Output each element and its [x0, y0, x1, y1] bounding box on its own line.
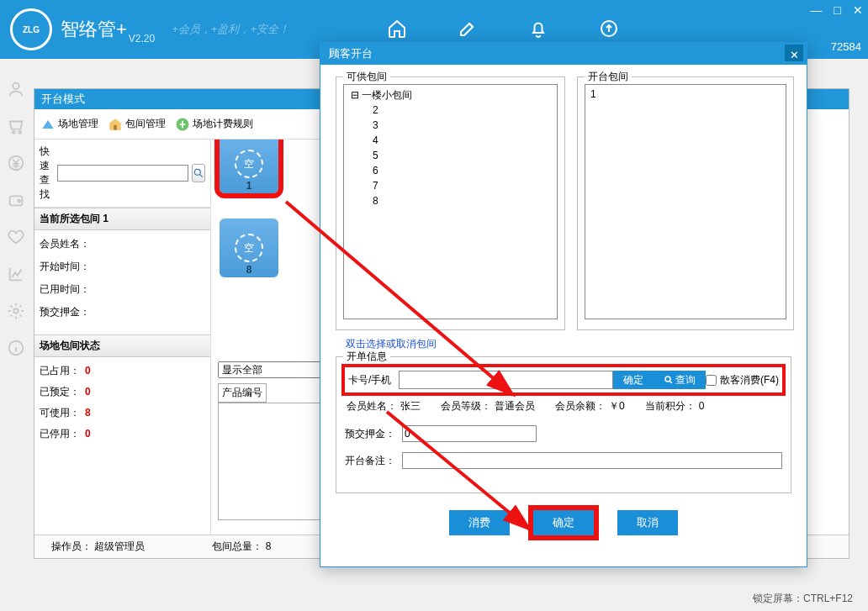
- deposit-row: 预交押金：: [345, 425, 782, 442]
- upload-icon[interactable]: [599, 18, 619, 42]
- billing-icon: [174, 116, 191, 133]
- start-time-row: 开始时间：: [40, 260, 205, 274]
- available-rooms-tree[interactable]: ⊟ 一楼小包间 2 3 4 5 6 7 8: [343, 84, 558, 319]
- operator-label: 操作员： 超级管理员: [51, 540, 145, 554]
- left-panel: 场地管理 包间管理 场地计费规则 快速查找 当前所选包间 1: [34, 109, 211, 558]
- tree-item[interactable]: 5: [373, 148, 552, 163]
- status-stopped: 已停用：0: [40, 427, 205, 441]
- tree-root[interactable]: ⊟ 一楼小包间: [351, 88, 552, 103]
- yen-icon[interactable]: [7, 154, 25, 176]
- toolbar-room-label: 包间管理: [125, 117, 166, 131]
- available-rooms-label: 可供包间: [343, 70, 390, 84]
- card-input-highlight: 卡号/手机 确定 查询 散客消费(F4): [345, 367, 782, 392]
- remark-row: 开台备注：: [345, 452, 782, 469]
- opened-rooms-list[interactable]: 1: [585, 84, 786, 319]
- confirm-button[interactable]: 确定: [533, 510, 594, 535]
- svg-rect-10: [114, 124, 116, 129]
- opened-room-item[interactable]: 1: [590, 88, 781, 100]
- room-status-empty-icon: 空: [235, 234, 263, 262]
- tree-item[interactable]: 2: [373, 103, 552, 118]
- selected-room-info: 会员姓名： 开始时间： 已用时间： 预交押金：: [34, 230, 210, 334]
- room-card-1[interactable]: 空 1: [220, 134, 278, 193]
- status-reserved: 已预定：0: [40, 385, 205, 399]
- dialog-close-button[interactable]: ✕: [785, 45, 803, 61]
- deposit-input[interactable]: [402, 425, 537, 442]
- svg-point-12: [194, 169, 200, 175]
- status-available: 可使用：8: [40, 406, 205, 420]
- remark-input[interactable]: [402, 452, 782, 469]
- heart-icon[interactable]: [7, 228, 25, 250]
- status-block: 已占用：0 已预定：0 可使用：8 已停用：0: [34, 357, 210, 455]
- room-total-label: 包间总量： 8: [212, 540, 271, 554]
- room-card-8[interactable]: 空 8: [220, 219, 278, 277]
- venue-icon: [40, 116, 56, 133]
- used-time-row: 已用时间：: [40, 282, 205, 297]
- app-version: V2.20: [129, 33, 155, 45]
- search-button[interactable]: [192, 164, 205, 182]
- window-controls: — □ ✕: [811, 3, 863, 17]
- deposit-row: 预交押金：: [40, 305, 205, 319]
- guest-checkbox[interactable]: 散客消费(F4): [706, 373, 779, 387]
- room-number: 1: [246, 180, 252, 192]
- search-input[interactable]: [57, 165, 188, 182]
- room-grid: 空 1 空 8: [220, 134, 278, 277]
- bell-icon[interactable]: [528, 18, 548, 42]
- toolbar-billing-label: 场地计费规则: [193, 117, 253, 131]
- tree-item[interactable]: 7: [373, 178, 552, 193]
- deposit-label: 预交押金：: [345, 427, 397, 441]
- search-icon: [193, 167, 204, 179]
- toolbar-room[interactable]: 包间管理: [103, 114, 169, 134]
- confirm-small-button[interactable]: 确定: [613, 371, 654, 389]
- minimize-button[interactable]: —: [811, 3, 823, 17]
- search-row: 快速查找: [34, 140, 210, 208]
- maximize-button[interactable]: □: [834, 3, 841, 17]
- toolbar-billing[interactable]: 场地计费规则: [171, 114, 257, 134]
- tree-item[interactable]: 4: [373, 133, 552, 148]
- card-input[interactable]: [399, 371, 613, 389]
- cancel-button[interactable]: 取消: [617, 510, 678, 535]
- status-head: 场地包间状态: [34, 334, 210, 357]
- query-button[interactable]: 查询: [654, 371, 706, 389]
- home-icon[interactable]: [387, 18, 407, 42]
- dialog-title: 顾客开台 ✕: [320, 43, 807, 65]
- svg-point-3: [19, 131, 21, 134]
- user-icon[interactable]: [7, 80, 25, 102]
- tree-item[interactable]: 6: [373, 163, 552, 178]
- info-icon[interactable]: [7, 339, 25, 361]
- status-occupied: 已占用：0: [40, 364, 205, 378]
- remark-label: 开台备注：: [345, 454, 397, 468]
- top-nav-icons: [387, 18, 619, 42]
- open-table-dialog: 顾客开台 ✕ 可供包间 ⊟ 一楼小包间 2 3 4 5 6 7 8: [320, 42, 807, 567]
- app-slogan: +会员，+盈利，+安全！: [172, 22, 289, 37]
- gear-icon[interactable]: [7, 302, 25, 324]
- dialog-buttons: 消费 确定 取消: [336, 510, 791, 535]
- consume-button[interactable]: 消费: [449, 510, 510, 535]
- wallet-icon[interactable]: [7, 191, 25, 213]
- app-title: 智络管+: [61, 17, 127, 42]
- open-info-label: 开单信息: [343, 350, 390, 364]
- chart-icon[interactable]: [7, 265, 25, 287]
- footer-hint: 锁定屏幕：CTRL+F12: [753, 592, 853, 606]
- dialog-title-text: 顾客开台: [329, 47, 373, 60]
- svg-point-1: [13, 83, 19, 89]
- svg-marker-9: [42, 120, 53, 129]
- tree-item[interactable]: 3: [373, 118, 552, 133]
- left-rail: [0, 80, 32, 361]
- toolbar-venue-label: 场地管理: [58, 117, 98, 131]
- toolbar-venue[interactable]: 场地管理: [36, 114, 102, 134]
- search-icon: [664, 375, 674, 385]
- opened-rooms-label: 开台包间: [585, 70, 632, 84]
- svg-point-13: [665, 377, 670, 382]
- svg-point-2: [13, 131, 15, 134]
- room-number: 8: [246, 264, 252, 276]
- cart-icon[interactable]: [7, 117, 25, 139]
- search-label: 快速查找: [40, 145, 54, 202]
- close-button[interactable]: ✕: [853, 3, 863, 17]
- tree-item[interactable]: 8: [373, 193, 552, 208]
- room-icon: [107, 116, 124, 133]
- app-logo: ZLG: [10, 8, 52, 50]
- edit-icon[interactable]: [458, 18, 478, 42]
- selected-room-head: 当前所选包间 1: [34, 208, 210, 230]
- room-status-empty-icon: 空: [235, 150, 263, 178]
- member-info-line: 会员姓名：张三 会员等级：普通会员 会员余额：￥0 当前积分：0: [347, 399, 782, 413]
